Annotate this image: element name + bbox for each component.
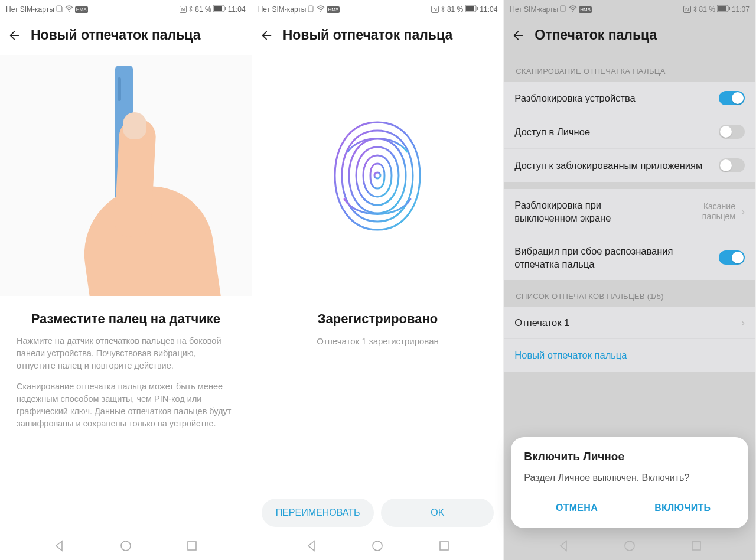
row-unlock-device[interactable]: Разблокировка устройства (504, 82, 755, 115)
page-title: Новый отпечаток пальца (283, 27, 453, 43)
nav-bar (252, 532, 504, 560)
bluetooth-icon (441, 5, 445, 14)
registered-title: Зарегистрировано (269, 311, 487, 327)
dialog-title: Включить Личное (524, 450, 735, 463)
nav-back-icon[interactable] (304, 539, 318, 553)
hand-illustration (71, 104, 224, 296)
registered-subtitle: Отпечаток 1 зарегистрирован (269, 335, 487, 347)
row-label: Отпечаток 1 (514, 316, 735, 329)
nav-recent-icon[interactable] (437, 539, 451, 553)
section-scan-label: СКАНИРОВАНИЕ ОТПЕЧАТКА ПАЛЬЦА (504, 55, 755, 82)
battery-percent: 81 % (699, 5, 715, 14)
row-label: Разблокировка при выключенном экране (514, 198, 670, 225)
status-bar: Нет SIM-карты HMS N 81 % 11:04 (0, 2, 252, 17)
screen-enroll-done: Нет SIM-карты HMS N 81 % 11:04 Новый отп… (252, 0, 504, 560)
nav-back-icon[interactable] (556, 539, 571, 553)
svg-rect-4 (225, 7, 226, 10)
action-buttons: ПЕРЕИМЕНОВАТЬ OK (252, 499, 504, 527)
header: Новый отпечаток пальца (0, 17, 252, 55)
screen-fingerprint-settings: Нет SIM-карты HMS N 81 % 11:07 Отпечаток… (504, 0, 756, 560)
battery-percent: 81 % (447, 5, 463, 14)
hms-icon: HMS (579, 6, 592, 13)
nav-bar (0, 532, 252, 560)
clock: 11:04 (480, 5, 497, 14)
dialog-enable-button[interactable]: ВКЛЮЧИТЬ (630, 493, 735, 523)
hms-icon: HMS (75, 6, 88, 13)
row-fingerprint-1[interactable]: Отпечаток 1 › (504, 307, 755, 338)
svg-point-8 (320, 11, 321, 12)
row-label: Доступ в Личное (514, 125, 719, 138)
bluetooth-icon (188, 5, 193, 14)
svg-rect-3 (214, 6, 222, 11)
row-vibration-error[interactable]: Вибрация при сбое распознавания отпечатк… (504, 235, 755, 281)
svg-rect-11 (477, 7, 478, 10)
battery-percent: 81 % (195, 5, 211, 14)
toggle-locked-apps[interactable] (719, 158, 745, 172)
page-title: Отпечаток пальца (535, 27, 657, 43)
svg-rect-19 (729, 7, 730, 10)
wifi-icon (317, 5, 325, 14)
ok-button[interactable]: OK (381, 499, 494, 527)
screen-enroll-instruction: Нет SIM-карты HMS N 81 % 11:04 Новый отп… (0, 0, 252, 560)
row-private-access[interactable]: Доступ в Личное (504, 115, 755, 148)
row-new-fingerprint[interactable]: Новый отпечаток пальца (504, 338, 755, 371)
bluetooth-icon (693, 5, 698, 14)
nfc-icon: N (180, 6, 187, 13)
nav-home-icon[interactable] (623, 539, 637, 553)
row-value: Касание пальцем (670, 201, 735, 222)
battery-icon (717, 5, 730, 14)
svg-point-5 (121, 541, 131, 551)
row-label: Новый отпечаток пальца (514, 349, 745, 362)
nav-recent-icon[interactable] (185, 539, 199, 553)
nfc-icon: N (683, 6, 691, 13)
sim-status: Нет SIM-карты (258, 5, 307, 14)
fingerprint-illustration (252, 55, 504, 296)
row-label: Вибрация при сбое распознавания отпечатк… (514, 245, 719, 271)
svg-rect-14 (440, 542, 448, 550)
row-locked-apps[interactable]: Доступ к заблокированным приложениям (504, 148, 755, 182)
dialog-cancel-button[interactable]: ОТМЕНА (524, 493, 629, 523)
wifi-icon (65, 5, 73, 14)
fingerprint-icon (330, 116, 425, 235)
toggle-private-access[interactable] (719, 125, 745, 139)
header: Отпечаток пальца (504, 17, 755, 55)
sim-status: Нет SIM-карты (6, 5, 54, 14)
back-button[interactable] (260, 29, 273, 42)
hms-icon: HMS (327, 6, 340, 13)
toggle-vibration-error[interactable] (719, 250, 745, 265)
nav-home-icon[interactable] (119, 539, 133, 553)
sim-status: Нет SIM-карты (510, 5, 558, 14)
svg-rect-7 (308, 6, 313, 12)
clock: 11:04 (228, 5, 246, 14)
svg-rect-18 (718, 6, 726, 11)
svg-point-20 (625, 541, 634, 551)
sim-icon (56, 5, 63, 14)
nav-bar (504, 532, 755, 560)
section-list-label: СПИСОК ОТПЕЧАТКОВ ПАЛЬЦЕВ (1/5) (504, 280, 755, 307)
svg-point-13 (373, 541, 382, 551)
toggle-unlock-device[interactable] (719, 91, 745, 105)
svg-rect-10 (466, 6, 474, 11)
chevron-right-icon: › (741, 317, 745, 329)
instruction-para-1: Нажмите на датчик отпечатков пальцев на … (17, 335, 235, 372)
back-button[interactable] (512, 29, 525, 42)
svg-rect-6 (188, 542, 196, 550)
svg-rect-15 (561, 6, 565, 12)
dialog-body: Раздел Личное выключен. Включить? (524, 471, 735, 484)
nav-home-icon[interactable] (370, 539, 384, 553)
row-label: Доступ к заблокированным приложениям (514, 159, 719, 172)
svg-rect-0 (57, 6, 61, 12)
nav-back-icon[interactable] (52, 539, 66, 553)
svg-point-12 (374, 172, 380, 178)
rename-button[interactable]: ПЕРЕИМЕНОВАТЬ (262, 499, 374, 527)
row-label: Разблокировка устройства (514, 92, 719, 105)
row-screen-off-unlock[interactable]: Разблокировка при выключенном экране Кас… (504, 189, 755, 235)
back-button[interactable] (8, 29, 21, 42)
sim-icon (308, 5, 315, 14)
instruction-title: Разместите палец на датчике (17, 311, 235, 327)
svg-rect-21 (692, 542, 700, 550)
header: Новый отпечаток пальца (252, 17, 504, 55)
enable-private-dialog: Включить Личное Раздел Личное выключен. … (511, 437, 748, 528)
nav-recent-icon[interactable] (689, 539, 703, 553)
page-title: Новый отпечаток пальца (31, 27, 201, 43)
